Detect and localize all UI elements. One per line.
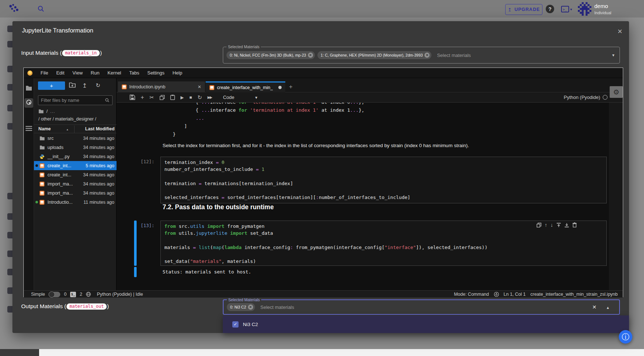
move-cell-down-icon[interactable]: ↓ (550, 222, 553, 228)
chip-remove-icon[interactable]: ✕ (248, 305, 253, 310)
file-row[interactable]: __init__.py34 minutes ago (34, 152, 117, 161)
markdown-cell[interactable]: Select the index for termination first, … (163, 143, 469, 148)
upgrade-button[interactable]: ↥ UPGRADE (505, 4, 542, 15)
jupyterlite-transformation-dialog: JupyterLite Transformation ✕ Input Mater… (12, 21, 629, 333)
menu-item-help[interactable]: Help (168, 68, 186, 78)
material-chip[interactable]: 1: C, Graphene, HEX (P6/mmm) 2D (Monolay… (317, 51, 432, 59)
chip-remove-icon[interactable]: ✕ (308, 53, 313, 58)
menu-item-run[interactable]: Run (87, 68, 103, 78)
insert-cell-icon[interactable]: + (141, 94, 144, 101)
accessibility-icon[interactable] (494, 292, 499, 297)
table-of-contents-icon[interactable] (26, 126, 32, 133)
select-materials-placeholder[interactable]: Select materials (260, 305, 294, 310)
file-browser-panel: + ↥ ↻ Filter files by name / ... / other… (34, 78, 117, 290)
user-name: demo (594, 3, 608, 9)
file-modified: 34 minutes ago (83, 145, 114, 150)
material-chip[interactable]: 0: Ni, Nickel, FCC (Fm-3m) 3D (Bulk), mp… (226, 51, 315, 59)
chevron-down-icon[interactable]: ▾ (612, 53, 614, 58)
output-materials-select[interactable]: Selected Materials 0: Ni3 C2✕Select mate… (223, 299, 620, 315)
refresh-icon[interactable]: ↻ (96, 82, 100, 89)
scrollbar[interactable] (609, 103, 623, 290)
paste-icon[interactable] (170, 95, 175, 100)
upload-icon[interactable]: ↥ (82, 82, 87, 89)
help-button[interactable]: ? (546, 5, 554, 13)
kernel-status[interactable]: Python (Pyodide) | Idle (97, 292, 143, 297)
simple-mode-toggle[interactable] (49, 292, 60, 297)
chevron-up-icon[interactable]: ▴ (607, 305, 609, 310)
code-cell-12[interactable]: termination_index = 0number_of_interface… (160, 157, 607, 203)
file-modified: 11 minutes ago (83, 200, 114, 205)
breadcrumb-ellipsis[interactable]: ... (50, 109, 55, 114)
tab-create-interface[interactable]: create_interface_with_min_ (206, 81, 285, 92)
cell-type-select[interactable]: Code (223, 95, 234, 100)
cut-icon[interactable]: ✂ (149, 94, 154, 101)
insert-cell-above-icon[interactable] (556, 222, 561, 228)
breadcrumb[interactable]: / ... (38, 109, 55, 114)
file-row[interactable]: import_ma...34 minutes ago (34, 188, 117, 198)
avatar[interactable] (578, 2, 591, 16)
kernel-status-icon[interactable] (603, 95, 607, 100)
insert-cell-below-icon[interactable] (564, 222, 569, 228)
chevron-down-icon[interactable]: ▾ (255, 95, 257, 100)
duplicate-cell-icon[interactable] (537, 222, 541, 228)
file-row[interactable]: import_ma...34 minutes ago (34, 179, 117, 188)
file-row[interactable]: Introductio...11 minutes ago (34, 198, 117, 207)
running-kernels-icon[interactable] (24, 98, 33, 108)
copy-icon[interactable] (160, 95, 165, 100)
menu-item-file[interactable]: File (37, 68, 52, 78)
file-row[interactable]: uploads34 minutes ago (34, 143, 117, 152)
close-icon[interactable]: ✕ (198, 84, 201, 89)
material-chip[interactable]: 0: Ni3 C2✕ (227, 303, 255, 311)
new-folder-icon[interactable] (69, 82, 76, 89)
jupyterlite-frame: FileEditViewRunKernelTabsSettingsHelp + … (23, 68, 623, 297)
restart-kernel-icon[interactable]: ↻ (197, 94, 202, 101)
command-mode-indicator[interactable]: Mode: Command (454, 292, 489, 297)
move-cell-up-icon[interactable]: ↑ (545, 222, 547, 228)
checkbox-checked-icon[interactable]: ✓ (232, 321, 239, 328)
brand-logo-icon[interactable] (8, 3, 19, 15)
gear-icon[interactable]: ⚙ (610, 86, 623, 98)
file-row[interactable]: src34 minutes ago (34, 134, 117, 143)
file-name: __init__.py (47, 154, 69, 159)
chevron-down-icon: ▾ (570, 7, 572, 11)
file-row[interactable]: create_int...5 minutes ago (34, 161, 117, 170)
kernel-running-icon (35, 201, 38, 203)
filter-placeholder: Filter files by name (41, 98, 105, 103)
cell-output-scrolled: { ...interface for 'termination at index… (173, 103, 364, 138)
clear-icon[interactable]: ✕ (592, 304, 597, 310)
select-materials-placeholder[interactable]: Select materials (437, 53, 470, 58)
kernel-name[interactable]: Python (Pyodide) (564, 95, 600, 100)
file-row[interactable]: create_int...34 minutes ago (34, 170, 117, 179)
terminal-icon: $_ (70, 292, 76, 297)
file-list-header[interactable]: Name ▲ Last Modified (34, 125, 117, 133)
file-browser-icon[interactable] (26, 85, 32, 92)
chip-remove-icon[interactable]: ✕ (424, 53, 430, 58)
menu-item-view[interactable]: View (68, 68, 87, 78)
run-icon[interactable]: ▶ (180, 95, 184, 100)
section-heading[interactable]: 7.2. Pass data to the outside runtime (163, 203, 274, 211)
restart-run-all-icon[interactable]: ▶▶ (207, 95, 212, 99)
column-last-modified[interactable]: Last Modified (85, 126, 115, 131)
stop-icon[interactable]: ■ (189, 95, 192, 100)
close-icon[interactable]: ✕ (616, 26, 624, 37)
column-name[interactable]: Name (38, 126, 51, 131)
add-tab-icon[interactable]: + (289, 83, 293, 91)
menu-item-settings[interactable]: Settings (143, 68, 168, 78)
input-materials-select[interactable]: Selected Materials 0: Ni, Nickel, FCC (F… (223, 47, 620, 64)
console-menu-button[interactable]: >_ ▾ (561, 6, 572, 12)
tab-introduction[interactable]: Introduction.ipynb ✕ (118, 81, 205, 92)
search-icon[interactable] (37, 5, 45, 14)
dropdown-option[interactable]: ✓Ni3 C2 (223, 315, 629, 333)
filter-files-input[interactable]: Filter files by name (38, 95, 113, 105)
cursor-position[interactable]: Ln 1, Col 1 (504, 292, 526, 297)
python-icon (39, 154, 45, 159)
info-button[interactable]: ⓘ (619, 330, 632, 344)
menu-item-edit[interactable]: Edit (52, 68, 68, 78)
menu-item-tabs[interactable]: Tabs (125, 68, 143, 78)
menu-item-kernel[interactable]: Kernel (103, 68, 125, 78)
input-materials-label: Input Materials (materials_in) (21, 50, 102, 56)
save-icon[interactable] (130, 95, 135, 100)
new-launcher-button[interactable]: + (38, 81, 65, 90)
delete-cell-icon[interactable] (572, 222, 577, 228)
tab-bar: Introduction.ipynb ✕ create_interface_wi… (117, 78, 623, 92)
